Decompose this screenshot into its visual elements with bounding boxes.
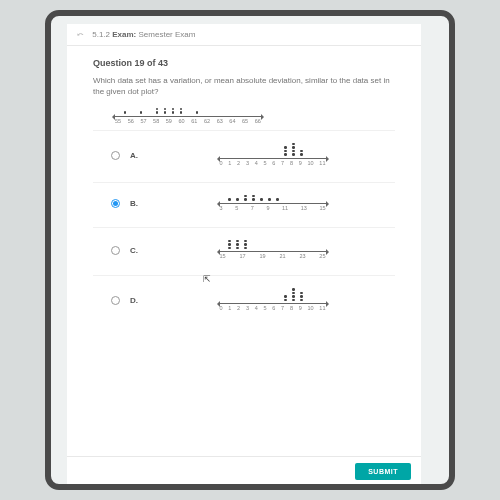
radio-c[interactable]: [111, 246, 120, 255]
crumb-name: Semester Exam: [139, 30, 196, 39]
content: Question 19 of 43 Which data set has a v…: [67, 46, 421, 456]
option-b[interactable]: B. 3579111315: [93, 182, 395, 227]
option-a[interactable]: A. 01234567891011: [93, 130, 395, 182]
plot-c: 151719212325: [218, 240, 328, 260]
given-dotplot: 555657585960616263646566: [113, 108, 263, 124]
submit-bar: SUBMIT: [67, 456, 421, 486]
page: ⤺ 5.1.2 Exam: Semester Exam Question 19 …: [67, 24, 421, 486]
question-stem: Which data set has a variation, or mean …: [93, 76, 395, 98]
plot-b: 3579111315: [218, 195, 328, 211]
crumb-label: Exam:: [112, 30, 136, 39]
label-c: C.: [130, 246, 140, 255]
breadcrumb: ⤺ 5.1.2 Exam: Semester Exam: [67, 24, 421, 46]
label-d: D.: [130, 296, 140, 305]
radio-d[interactable]: [111, 296, 120, 305]
option-c[interactable]: C. 151719212325: [93, 227, 395, 276]
submit-button[interactable]: SUBMIT: [355, 463, 411, 480]
label-a: A.: [130, 151, 140, 160]
back-icon[interactable]: ⤺: [77, 30, 84, 39]
radio-b[interactable]: [111, 199, 120, 208]
question-heading: Question 19 of 43: [93, 58, 395, 68]
crumb-code: 5.1.2: [92, 30, 110, 39]
plot-a: 01234567891011: [218, 143, 328, 166]
option-d[interactable]: D. 01234567891011: [93, 275, 395, 327]
radio-a[interactable]: [111, 151, 120, 160]
label-b: B.: [130, 199, 140, 208]
device-screen: ⤺ 5.1.2 Exam: Semester Exam Question 19 …: [45, 10, 455, 490]
plot-d: 01234567891011: [218, 288, 328, 311]
